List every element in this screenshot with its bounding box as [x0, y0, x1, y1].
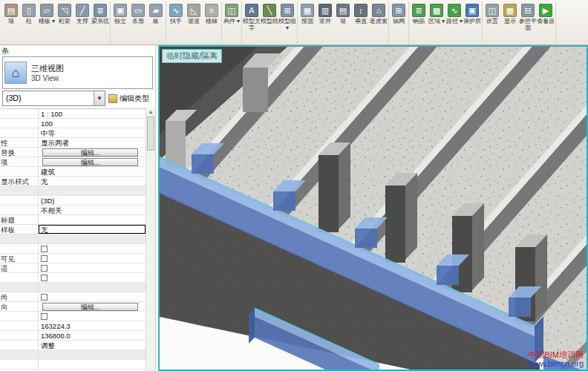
ribbon-tool-扶手[interactable]: ∿扶手	[167, 2, 185, 25]
checkbox[interactable]	[41, 313, 48, 320]
property-value	[39, 263, 146, 272]
path-rebar-icon: ∿	[448, 4, 461, 17]
ribbon-tool-墙[interactable]: ▤墙	[334, 2, 352, 25]
property-label: 显示样式	[0, 177, 39, 186]
ribbon-tool-label: 支撑	[76, 19, 88, 25]
checkbox[interactable]	[41, 246, 48, 252]
edit-button[interactable]: 编辑...	[42, 158, 138, 166]
property-label	[0, 360, 39, 369]
viewport-3d-scene[interactable]	[160, 47, 587, 370]
panel-header: 条	[0, 45, 155, 56]
strip-foundation-icon: ▭	[131, 4, 145, 17]
edit-button[interactable]: 编辑...	[42, 148, 138, 157]
column-icon: ▯	[22, 4, 36, 17]
property-value[interactable]: 100	[39, 119, 146, 128]
ribbon-tool-条形[interactable]: ▭条形	[129, 2, 147, 25]
ribbon-tool-参照平面[interactable]: ⊟参照平面	[519, 2, 537, 32]
ribbon-tool-板[interactable]: ▰板	[147, 2, 165, 25]
ribbon-tool-设置[interactable]: ◫设置	[483, 2, 501, 25]
properties-scrollbar[interactable]: ▲	[146, 108, 155, 371]
ribbon-tool-显示[interactable]: ▦显示	[501, 2, 519, 25]
property-value[interactable]: (3D)	[39, 196, 146, 205]
ribbon-tool-label: 条形	[132, 19, 144, 25]
property-value[interactable]	[39, 215, 146, 224]
ribbon-group: ≣钢筋▩区域 ▾∿路径 ▾▣保护层	[409, 1, 483, 44]
property-value[interactable]: 无	[39, 225, 146, 234]
rebar-icon: ≣	[412, 4, 425, 17]
ribbon-tool-钢筋[interactable]: ≣钢筋	[410, 2, 428, 25]
ribbon-group: ▣独立▭条形▰板	[111, 1, 166, 44]
ribbon-tool-label: 设置	[486, 19, 498, 25]
checkbox[interactable]	[41, 294, 48, 301]
ribbon-tool-桁架[interactable]: ◹桁架	[56, 2, 74, 25]
workplane-show-icon: ▦	[503, 4, 517, 17]
ribbon-tool-保护层[interactable]: ▣保护层	[463, 2, 481, 25]
property-value[interactable]: 调整	[39, 341, 146, 349]
ribbon-tool-柱[interactable]: ▯柱	[20, 2, 38, 25]
edit-type-button[interactable]: 编辑类型	[107, 91, 153, 106]
ribbon-tool-模型文字[interactable]: A模型文字	[243, 2, 261, 32]
chevron-down-icon[interactable]: ▼	[94, 91, 105, 105]
property-value[interactable]: 163224.3	[39, 321, 146, 330]
checkbox[interactable]	[41, 275, 48, 281]
ribbon-tool-区域[interactable]: ▩区域 ▾	[428, 2, 445, 25]
property-label	[0, 167, 39, 176]
ribbon: ▤墙▯柱▱楼板 ▾◹桁架╱支撑≣梁系统▣独立▭条形▰板∿扶手◺坡道≡楼梯◫构件 …	[0, 0, 588, 45]
property-value[interactable]: 无	[39, 177, 146, 186]
truss-icon: ◹	[58, 4, 71, 17]
property-label: 向	[0, 302, 39, 311]
property-value[interactable]: 建筑	[39, 167, 146, 176]
property-value[interactable]: 不相关	[39, 206, 146, 214]
property-row	[0, 234, 146, 244]
property-label	[0, 283, 39, 292]
ribbon-tool-label: 模型文字	[243, 19, 261, 32]
ribbon-tool-label: 竖井	[319, 19, 331, 25]
ribbon-tool-楼梯[interactable]: ≡楼梯	[203, 2, 220, 25]
ribbon-tool-模型线[interactable]: ╲模型线	[261, 2, 278, 25]
ribbon-group: ⊞轴网	[389, 1, 409, 44]
property-value[interactable]: 显示两者	[39, 138, 146, 147]
ribbon-tool-竖井[interactable]: ▥竖井	[316, 2, 334, 25]
property-label	[0, 244, 39, 253]
viewport-3d[interactable]: 临时隐藏/隔离	[158, 45, 588, 371]
ribbon-tool-构件[interactable]: ◫构件 ▾	[223, 2, 241, 25]
ribbon-tool-垂直[interactable]: ↕垂直	[352, 2, 370, 25]
property-value[interactable]: 1 : 100	[39, 109, 146, 118]
watermark: 中国BIM培训网 www.bimcn.org	[528, 350, 584, 369]
checkbox[interactable]	[41, 265, 48, 272]
ribbon-tool-支撑[interactable]: ╱支撑	[74, 2, 91, 25]
ribbon-tool-轴网[interactable]: ⊞轴网	[390, 2, 408, 25]
ribbon-tool-梁系统[interactable]: ≣梁系统	[91, 2, 109, 25]
scrollbar-thumb[interactable]	[147, 116, 154, 151]
property-label	[0, 196, 39, 205]
property-label	[0, 321, 39, 330]
ribbon-tool-按面[interactable]: ▦按面	[298, 2, 316, 25]
top-upstand-beam[interactable]	[243, 68, 268, 112]
property-value[interactable]: 中等	[39, 128, 146, 137]
checkbox[interactable]	[41, 255, 48, 262]
edit-button[interactable]: 编辑...	[42, 303, 138, 311]
property-label	[0, 109, 39, 118]
ribbon-tool-模型组[interactable]: ⊞模型组 ▾	[278, 2, 296, 32]
property-label: 标题	[0, 215, 39, 224]
property-value[interactable]: 136800.0	[39, 331, 146, 340]
property-value[interactable]	[39, 360, 146, 369]
ribbon-tool-楼板[interactable]: ▱楼板 ▾	[38, 2, 56, 25]
ribbon-tool-老虎窗[interactable]: ⌂老虎窗	[370, 2, 388, 25]
ribbon-tool-label: 查看器	[537, 19, 555, 25]
ribbon-tool-独立[interactable]: ▣独立	[111, 2, 129, 25]
ribbon-tool-坡道[interactable]: ◺坡道	[185, 2, 203, 25]
property-row: 性显示两者	[0, 138, 146, 148]
ribbon-tool-墙[interactable]: ▤墙	[2, 2, 20, 25]
property-row	[0, 283, 146, 292]
type-selector[interactable]: ⌂ 三维视图 3D View	[2, 56, 153, 89]
property-label	[0, 128, 39, 137]
temporary-hide-isolate-badge[interactable]: 临时隐藏/隔离	[162, 49, 222, 63]
view-selector-dropdown[interactable]: (3D) ▼	[2, 91, 105, 106]
beam-system-icon: ≣	[94, 4, 107, 17]
property-label	[0, 273, 39, 282]
ribbon-tool-路径[interactable]: ∿路径 ▾	[445, 2, 463, 25]
ribbon-tool-查看器[interactable]: ▶查看器	[537, 2, 555, 25]
ribbon-tool-label: 模型组 ▾	[278, 19, 296, 32]
edit-type-icon	[108, 94, 117, 103]
